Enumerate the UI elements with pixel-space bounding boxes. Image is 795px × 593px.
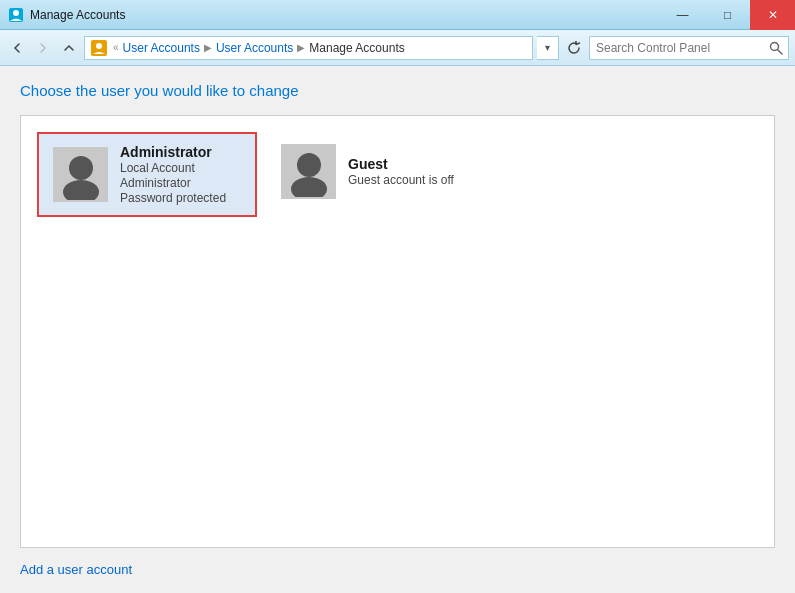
forward-button[interactable] <box>32 37 54 59</box>
guest-detail-1: Guest account is off <box>348 173 454 187</box>
guest-name: Guest <box>348 156 454 172</box>
up-button[interactable] <box>58 37 80 59</box>
add-user-account-link[interactable]: Add a user account <box>20 562 775 577</box>
refresh-button[interactable] <box>563 37 585 59</box>
address-bar: « User Accounts ▶ User Accounts ▶ Manage… <box>0 30 795 66</box>
svg-line-5 <box>778 49 783 54</box>
title-buttons: — □ ✕ <box>660 0 795 30</box>
accounts-panel: Administrator Local Account Administrato… <box>20 115 775 548</box>
account-card-guest[interactable]: Guest Guest account is off <box>265 132 485 211</box>
breadcrumb-arrow1: ▶ <box>202 42 214 53</box>
search-input[interactable] <box>590 41 764 55</box>
up-icon <box>63 42 75 54</box>
accounts-grid: Administrator Local Account Administrato… <box>37 132 758 217</box>
administrator-detail-2: Administrator <box>120 176 226 190</box>
guest-avatar-icon <box>284 147 334 197</box>
breadcrumb-part1[interactable]: User Accounts <box>123 41 200 55</box>
search-icon <box>769 41 783 55</box>
window-title: Manage Accounts <box>30 8 125 22</box>
window-icon <box>8 7 24 23</box>
svg-point-9 <box>291 177 327 197</box>
close-button[interactable]: ✕ <box>750 0 795 30</box>
breadcrumb-current: Manage Accounts <box>309 41 404 55</box>
breadcrumb-icon <box>91 40 107 56</box>
search-button[interactable] <box>764 37 788 59</box>
svg-point-7 <box>63 180 99 200</box>
search-box <box>589 36 789 60</box>
maximize-button[interactable]: □ <box>705 0 750 30</box>
svg-point-3 <box>96 43 102 49</box>
breadcrumb-part2[interactable]: User Accounts <box>216 41 293 55</box>
forward-icon <box>37 42 49 54</box>
back-button[interactable] <box>6 37 28 59</box>
svg-point-8 <box>297 153 321 177</box>
breadcrumb-sep1: « <box>111 42 121 53</box>
account-card-administrator[interactable]: Administrator Local Account Administrato… <box>37 132 257 217</box>
refresh-icon <box>567 41 581 55</box>
svg-point-6 <box>69 156 93 180</box>
title-bar-left: Manage Accounts <box>8 7 125 23</box>
back-icon <box>11 42 23 54</box>
administrator-name: Administrator <box>120 144 226 160</box>
guest-info: Guest Guest account is off <box>348 156 454 187</box>
administrator-detail-1: Local Account <box>120 161 226 175</box>
page-title: Choose the user you would like to change <box>20 82 775 99</box>
guest-avatar <box>281 144 336 199</box>
breadcrumb-dropdown-button[interactable]: ▾ <box>537 36 559 60</box>
breadcrumb: « User Accounts ▶ User Accounts ▶ Manage… <box>84 36 533 60</box>
administrator-detail-3: Password protected <box>120 191 226 205</box>
administrator-info: Administrator Local Account Administrato… <box>120 144 226 205</box>
minimize-button[interactable]: — <box>660 0 705 30</box>
administrator-avatar <box>53 147 108 202</box>
svg-point-1 <box>13 10 19 16</box>
main-area: Choose the user you would like to change… <box>0 66 795 593</box>
administrator-avatar-icon <box>56 150 106 200</box>
breadcrumb-arrow2: ▶ <box>295 42 307 53</box>
title-bar: Manage Accounts — □ ✕ <box>0 0 795 30</box>
